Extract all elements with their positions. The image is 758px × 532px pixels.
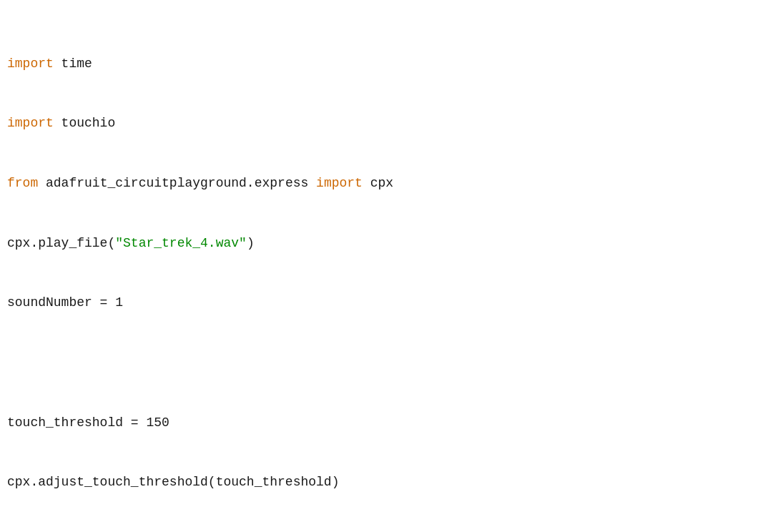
text-paren1: ) (247, 236, 255, 250)
text-cpx: cpx (363, 176, 393, 190)
text-time: time (54, 56, 92, 71)
text-adjust-touch: cpx.adjust_touch_threshold(touch_thresho… (7, 475, 339, 489)
code-line: cpx.play_file("Star_trek_4.wav") (7, 234, 751, 254)
code-line: from adafruit_circuitplayground.express … (7, 174, 751, 194)
code-line: import touchio (7, 114, 751, 134)
kw-import1: import (7, 56, 54, 71)
kw-from: from (7, 176, 38, 190)
code-line: cpx.adjust_touch_threshold(touch_thresho… (7, 473, 751, 493)
code-line-blank (7, 353, 751, 373)
text-soundnumber-init: soundNumber = 1 (7, 295, 123, 310)
str-starwav: "Star_trek_4.wav" (115, 236, 247, 250)
code-line: import time (7, 54, 751, 74)
kw-import2: import (7, 116, 54, 130)
code-line: touch_threshold = 150 (7, 413, 751, 433)
text-touchio: touchio (54, 116, 115, 130)
text-touch-threshold-init: touch_threshold = 150 (7, 415, 169, 430)
text-module: adafruit_circuitplayground.express (38, 176, 316, 190)
code-line: soundNumber = 1 (7, 293, 751, 313)
code-editor: import time import touchio from adafruit… (7, 14, 751, 532)
kw-import3: import (316, 176, 363, 190)
text-playfile1: cpx.play_file( (7, 236, 115, 250)
